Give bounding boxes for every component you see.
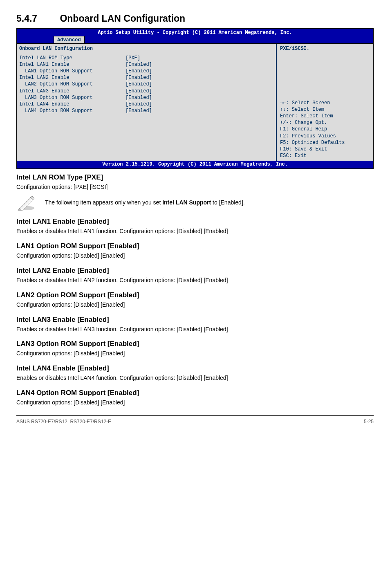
bios-config-value: [Enabled]: [126, 74, 152, 81]
item-heading: Intel LAN2 Enable [Enabled]: [16, 266, 374, 276]
bios-config-label: Intel LAN4 Enable: [19, 101, 126, 108]
bios-left-panel: Onboard LAN Configuration Intel LAN ROM …: [17, 44, 276, 161]
bios-config-value: [Enabled]: [126, 68, 152, 74]
item-heading: Intel LAN3 Enable [Enabled]: [16, 315, 374, 325]
item-heading: LAN3 Option ROM Support [Enabled]: [16, 339, 374, 349]
bios-tab-row: Advanced: [17, 36, 373, 43]
item-heading: Intel LAN4 Enable [Enabled]: [16, 364, 374, 373]
note-block: The following item appears only when you…: [16, 194, 374, 211]
bios-panel-title: Onboard LAN Configuration: [19, 45, 273, 52]
bios-help-top: PXE/iSCSI.: [280, 45, 370, 52]
bios-config-label: LAN4 Option ROM Support: [19, 108, 126, 114]
bios-config-value: [Enabled]: [126, 108, 152, 114]
bios-help-line: ESC: Exit: [280, 153, 370, 159]
bios-config-row[interactable]: LAN1 Option ROM Support[Enabled]: [19, 68, 273, 74]
item-text: Enables or disables Intel LAN4 function.…: [16, 374, 374, 382]
bios-config-label: Intel LAN ROM Type: [19, 55, 126, 61]
footer-left: ASUS RS720-E7/RS12; RS720-E7/RS12-E: [16, 418, 111, 425]
item-heading: LAN1 Option ROM Support [Enabled]: [16, 242, 374, 251]
bios-config-row[interactable]: LAN2 Option ROM Support[Enabled]: [19, 81, 273, 88]
item-text: Configuration options: [Disabled] [Enabl…: [16, 399, 374, 406]
item-text: Enables or disables Intel LAN1 function.…: [16, 227, 374, 235]
bios-help-line: F1: General Help: [280, 126, 370, 132]
item-text: Enables or disables Intel LAN2 function.…: [16, 276, 374, 284]
bios-config-row[interactable]: LAN4 Option ROM Support[Enabled]: [19, 108, 273, 114]
bios-config-label: LAN2 Option ROM Support: [19, 81, 126, 88]
bios-config-value: [Enabled]: [126, 88, 152, 94]
bios-footer: Version 2.15.1219. Copyright (C) 2011 Am…: [17, 161, 373, 168]
bios-help-line: ↑↓: Select Item: [280, 106, 370, 113]
bios-config-row[interactable]: Intel LAN2 Enable[Enabled]: [19, 74, 273, 81]
item-text: Configuration options: [Disabled] [Enabl…: [16, 252, 374, 260]
bios-config-row[interactable]: Intel LAN ROM Type[PXE]: [19, 55, 273, 61]
bios-config-row[interactable]: Intel LAN4 Enable[Enabled]: [19, 101, 273, 108]
tab-advanced[interactable]: Advanced: [54, 36, 85, 43]
bios-config-label: Intel LAN3 Enable: [19, 88, 126, 94]
item-heading: LAN4 Option ROM Support [Enabled]: [16, 388, 374, 398]
page-footer: ASUS RS720-E7/RS12; RS720-E7/RS12-E 5-25: [16, 415, 374, 425]
bios-config-label: LAN3 Option ROM Support: [19, 94, 126, 101]
note-text: The following item appears only when you…: [45, 199, 245, 206]
bios-body: Onboard LAN Configuration Intel LAN ROM …: [17, 43, 373, 161]
bios-config-label: LAN1 Option ROM Support: [19, 68, 126, 74]
bios-config-value: [Enabled]: [126, 61, 152, 68]
bios-config-value: [PXE]: [126, 55, 140, 61]
bios-config-value: [Enabled]: [126, 101, 152, 108]
bios-help-line: F2: Previous Values: [280, 133, 370, 139]
item-text: Configuration options: [Disabled] [Enabl…: [16, 350, 374, 357]
section-title-text: Onboard LAN Configuration: [60, 13, 185, 24]
bios-help-line: +/-: Change Opt.: [280, 119, 370, 126]
bios-help-panel: PXE/iSCSI. →←: Select Screen↑↓: Select I…: [276, 44, 373, 161]
bios-config-value: [Enabled]: [126, 94, 152, 101]
note-icon: [16, 194, 35, 211]
bios-config-row[interactable]: Intel LAN1 Enable[Enabled]: [19, 61, 273, 68]
bios-config-row[interactable]: LAN3 Option ROM Support[Enabled]: [19, 94, 273, 101]
bios-window: Aptio Setup Utility - Copyright (C) 2011…: [16, 28, 374, 169]
footer-right: 5-25: [364, 418, 374, 425]
section-heading: 5.4.7 Onboard LAN Configuration: [16, 12, 374, 25]
bios-help-line: F10: Save & Exit: [280, 146, 370, 153]
item-heading: LAN2 Option ROM Support [Enabled]: [16, 291, 374, 300]
bios-config-value: [Enabled]: [126, 81, 152, 88]
item-heading: Intel LAN1 Enable [Enabled]: [16, 217, 374, 227]
bios-help-line: →←: Select Screen: [280, 100, 370, 106]
bios-help-line: Enter: Select Item: [280, 113, 370, 119]
item-text: Enables or disables Intel LAN3 function.…: [16, 325, 374, 333]
item-text: Configuration options: [Disabled] [Enabl…: [16, 301, 374, 309]
subtext-rom-type: Configuration options: [PXE] [iSCSI]: [16, 183, 374, 191]
subheading-rom-type: Intel LAN ROM Type [PXE]: [16, 173, 374, 182]
bios-header: Aptio Setup Utility - Copyright (C) 2011…: [17, 29, 373, 36]
bios-config-label: Intel LAN1 Enable: [19, 61, 126, 68]
bios-config-label: Intel LAN2 Enable: [19, 74, 126, 81]
bios-config-row[interactable]: Intel LAN3 Enable[Enabled]: [19, 88, 273, 94]
bios-help-line: F5: Optimized Defaults: [280, 139, 370, 146]
section-number: 5.4.7: [16, 12, 57, 25]
